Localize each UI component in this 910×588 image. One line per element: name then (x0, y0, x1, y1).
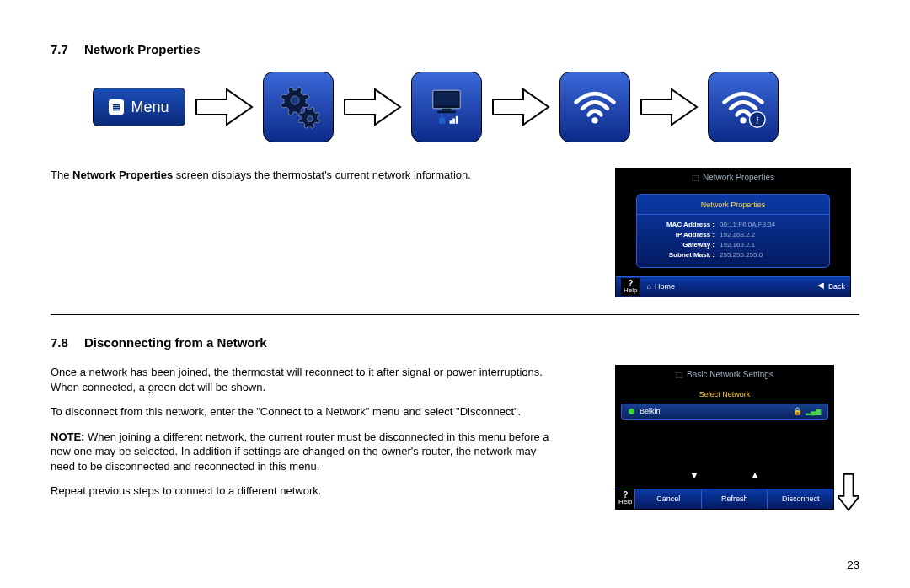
menu-icon: ≣ (109, 99, 124, 115)
body-paragraph: Once a network has been joined, the ther… (51, 365, 556, 394)
screenshot-title: Network Properties (616, 168, 850, 187)
back-button[interactable]: ⯇ Back (817, 283, 845, 291)
help-button[interactable]: ? Help (616, 489, 634, 509)
section-title: Disconnecting from a Network (84, 335, 267, 350)
help-button[interactable]: ? Help (621, 278, 640, 295)
svg-point-0 (291, 96, 299, 104)
flow-arrow-icon (487, 84, 554, 130)
wifi-icon (571, 83, 618, 131)
svg-rect-3 (435, 92, 459, 105)
menu-button[interactable]: ≣ Menu (93, 88, 185, 126)
svg-point-1 (308, 116, 313, 122)
body-note: NOTE: When joining a different network, … (51, 430, 556, 474)
pointer-arrow-icon (838, 473, 859, 511)
wifi-info-icon: i (720, 83, 767, 131)
section-title: Network Properties (84, 42, 201, 56)
flow-arrow-icon (635, 84, 703, 130)
svg-rect-10 (456, 116, 458, 124)
refresh-button[interactable]: Refresh (701, 489, 768, 509)
section-7-7-heading: 7.7 Network Properties (51, 42, 859, 56)
gateway-row: Gateway :192.168.2.1 (637, 240, 829, 250)
svg-text:i: i (756, 114, 759, 126)
section-7-7-description: The Network Properties screen displays t… (51, 168, 556, 183)
flow-arrow-icon (339, 84, 406, 130)
home-icon: ⌂ (646, 283, 650, 291)
select-network-label: Select Network (621, 388, 828, 402)
cancel-button[interactable]: Cancel (634, 489, 701, 509)
svg-rect-9 (452, 119, 455, 124)
body-paragraph: To disconnect from this network, enter t… (51, 404, 556, 420)
screenshot-title: Basic Network Settings (616, 366, 833, 384)
svg-rect-8 (450, 120, 452, 124)
settings-gears-tile[interactable] (263, 72, 334, 142)
disconnect-button[interactable]: Disconnect (767, 489, 833, 509)
svg-rect-6 (439, 118, 445, 124)
scroll-up-icon[interactable]: ▲ (750, 470, 760, 480)
navigation-breadcrumb-flow: ≣ Menu (93, 72, 859, 142)
section-7-8-heading: 7.8 Disconnecting from a Network (51, 335, 859, 350)
network-name: Belkin (640, 408, 661, 415)
svg-rect-4 (442, 109, 452, 111)
connected-indicator-icon (629, 409, 634, 414)
svg-point-11 (592, 117, 597, 123)
lock-icon: 🔒 (793, 408, 802, 415)
screenshot-footer: ? Help ⌂ Home ⯇ Back (616, 276, 850, 297)
ip-address-row: IP Address :192.168.2.2 (637, 230, 829, 240)
monitor-network-icon (424, 84, 469, 130)
signal-icon: ▂▄▆ (806, 409, 821, 415)
back-arrow-icon: ⯇ (817, 283, 825, 291)
wifi-info-tile[interactable]: i (708, 72, 779, 142)
subnet-mask-row: Subnet Mask :255.255.255.0 (637, 250, 829, 260)
menu-button-label: Menu (131, 99, 169, 116)
network-properties-screenshot: Network Properties Network Properties MA… (615, 168, 851, 297)
network-status-tile[interactable] (411, 72, 482, 142)
gears-icon (273, 82, 324, 132)
basic-network-settings-screenshot: Basic Network Settings Select Network Be… (615, 365, 834, 510)
panel-title: Network Properties (637, 198, 829, 215)
network-properties-panel: Network Properties MAC Address :00:11:F6… (636, 194, 830, 268)
section-number: 7.7 (51, 42, 84, 56)
home-button[interactable]: ⌂ Home (646, 283, 674, 291)
wifi-tile[interactable] (559, 72, 630, 142)
mac-address-row: MAC Address :00:11:F6:0A:F8:34 (637, 220, 829, 230)
body-paragraph: Repeat previous steps to connect to a di… (51, 484, 556, 499)
network-list-item[interactable]: Belkin 🔒 ▂▄▆ (621, 404, 828, 420)
svg-point-12 (740, 117, 746, 123)
section-number: 7.8 (51, 335, 84, 350)
screenshot-footer: ? Help Cancel Refresh Disconnect (616, 489, 833, 509)
scroll-down-icon[interactable]: ▼ (689, 470, 699, 480)
flow-arrow-icon (190, 84, 258, 130)
svg-rect-5 (437, 111, 456, 114)
page-number: 23 (848, 559, 859, 571)
section-divider (51, 314, 859, 315)
